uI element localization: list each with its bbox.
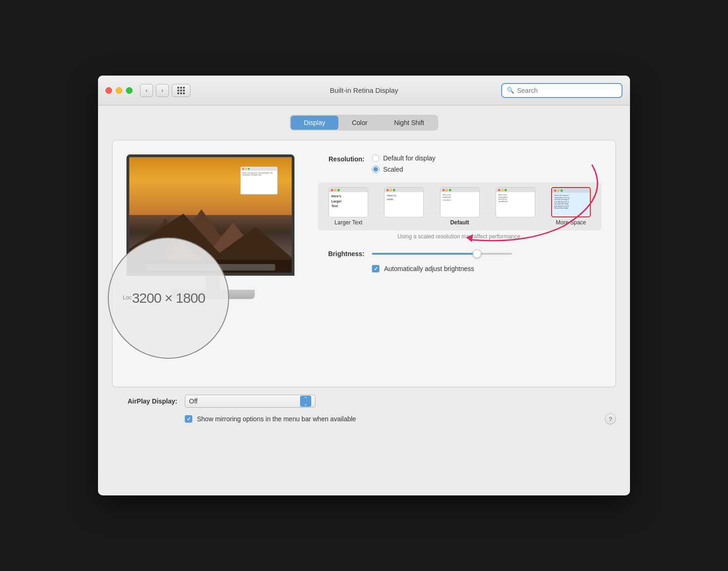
- thumb-content-larger: Here'sLargerText: [329, 192, 368, 211]
- scale-thumb-4[interactable]: Here's to the ctroublemakerssones who se…: [490, 187, 541, 226]
- tab-night-shift[interactable]: Night Shift: [381, 116, 437, 130]
- search-input[interactable]: [517, 87, 617, 94]
- maximize-button[interactable]: [126, 87, 133, 94]
- thumb-label-more-space: More Space: [556, 219, 586, 226]
- search-icon: 🔍: [507, 87, 514, 94]
- airplay-label: AirPlay Display:: [112, 397, 177, 405]
- scale-thumb-more-space[interactable]: Here's to the crazy onetroublemakerss. T…: [545, 187, 597, 226]
- thumb-content-2: Here's totroubl...: [385, 192, 423, 203]
- scale-thumb-img-2: Here's totroubl...: [384, 187, 424, 217]
- resolution-label: Resolution:: [318, 154, 364, 163]
- radio-scaled-circle: [372, 166, 379, 173]
- settings-section: Resolution: Default for display Scaled: [318, 154, 602, 373]
- airplay-dropdown[interactable]: Off ⌃⌄: [185, 395, 315, 408]
- minimize-button[interactable]: [116, 87, 122, 94]
- loc-label: Loc: [123, 294, 132, 301]
- resolution-overlay: Loc 3200 × 1800: [108, 237, 229, 359]
- radio-default-circle: [372, 154, 379, 162]
- brightness-fill: [372, 253, 477, 255]
- window-title: Built-in Retina Display: [330, 86, 399, 94]
- scale-thumb-img-larger: Here'sLargerText: [329, 187, 368, 217]
- nav-buttons: ‹ ›: [140, 84, 169, 97]
- brightness-row: Brightness:: [318, 249, 602, 258]
- auto-brightness-checkbox[interactable]: ✓: [372, 265, 379, 272]
- system-preferences-window: ‹ › Built-in Retina Display 🔍 Display Co…: [98, 76, 630, 495]
- content-area: Display Color Night Shift: [98, 105, 630, 446]
- brightness-slider[interactable]: [372, 249, 512, 258]
- traffic-lights: [105, 87, 133, 94]
- tab-display[interactable]: Display: [291, 116, 338, 130]
- back-button[interactable]: ‹: [140, 84, 153, 97]
- titlebar: ‹ › Built-in Retina Display 🔍: [98, 76, 630, 105]
- scale-thumb-img-more-space: Here's to the crazy onetroublemakerss. T…: [551, 187, 591, 217]
- scale-thumb-larger[interactable]: Here'sLargerText Larger Text: [322, 187, 374, 226]
- bottom-row-wrapper: ✓ Show mirroring options in the menu bar…: [112, 413, 616, 425]
- radio-scaled[interactable]: Scaled: [372, 166, 435, 173]
- bottom-section: AirPlay Display: Off ⌃⌄ ✓ Show mirroring…: [112, 387, 616, 432]
- scale-thumb-img-default: Here's to thtroublemakones who d: [440, 187, 480, 217]
- brightness-label: Brightness:: [318, 250, 364, 258]
- radio-default-label: Default for display: [383, 154, 435, 162]
- tab-color[interactable]: Color: [339, 116, 380, 130]
- mirroring-row[interactable]: ✓ Show mirroring options in the menu bar…: [185, 415, 356, 423]
- mirroring-checkmark-icon: ✓: [187, 416, 191, 422]
- monitor-section: Here's to the crazy ones. The troublemak…: [126, 154, 299, 373]
- radio-default[interactable]: Default for display: [372, 154, 435, 162]
- radio-scaled-label: Scaled: [383, 166, 403, 173]
- tabs-container: Display Color Night Shift: [112, 115, 616, 131]
- search-box[interactable]: 🔍: [501, 83, 623, 98]
- mirroring-checkbox[interactable]: ✓: [185, 415, 192, 423]
- resolution-display: 3200 × 1800: [132, 290, 205, 306]
- close-button[interactable]: [105, 87, 112, 94]
- thumb-content-default: Here's to thtroublemakones who d: [441, 192, 479, 203]
- checkmark-icon: ✓: [374, 266, 378, 272]
- mini-window-overlay: Here's to the crazy ones. The troublemak…: [240, 167, 278, 195]
- auto-brightness-label: Automatically adjust brightness: [384, 265, 474, 272]
- brightness-thumb[interactable]: [473, 250, 481, 258]
- scaled-options: Here'sLargerText Larger Text Here': [318, 182, 602, 230]
- grid-icon: [177, 87, 185, 94]
- radio-scaled-inner: [373, 167, 378, 172]
- airplay-value: Off: [189, 397, 197, 405]
- thumb-label-larger: Larger Text: [335, 219, 363, 226]
- thumb-label-default: Default: [450, 219, 469, 226]
- forward-button[interactable]: ›: [156, 84, 169, 97]
- scale-thumb-default[interactable]: Here's to thtroublemakones who d Default: [434, 187, 485, 226]
- grid-view-button[interactable]: [172, 84, 190, 97]
- resolution-options: Default for display Scaled: [372, 154, 435, 173]
- resolution-row: Resolution: Default for display Scaled: [318, 154, 602, 173]
- help-button[interactable]: ?: [605, 413, 616, 425]
- airplay-row: AirPlay Display: Off ⌃⌄: [112, 395, 616, 408]
- auto-brightness-row[interactable]: ✓ Automatically adjust brightness: [372, 265, 602, 272]
- tabs: Display Color Night Shift: [290, 115, 438, 131]
- scaled-note: Using a scaled resolution may affect per…: [318, 233, 602, 240]
- brightness-track: [372, 253, 512, 255]
- scale-thumb-img-4: Here's to the ctroublemakerssones who se…: [496, 187, 535, 217]
- mirroring-label: Show mirroring options in the menu bar w…: [197, 415, 356, 423]
- scale-thumb-2[interactable]: Here's totroubl...: [378, 187, 430, 226]
- main-panel: Here's to the crazy ones. The troublemak…: [112, 140, 616, 387]
- thumb-content-more-space: Here's to the crazy onetroublemakerss. T…: [552, 193, 590, 211]
- dropdown-arrow-icon: ⌃⌄: [300, 396, 311, 407]
- thumb-content-4: Here's to the ctroublemakerssones who se…: [496, 192, 535, 204]
